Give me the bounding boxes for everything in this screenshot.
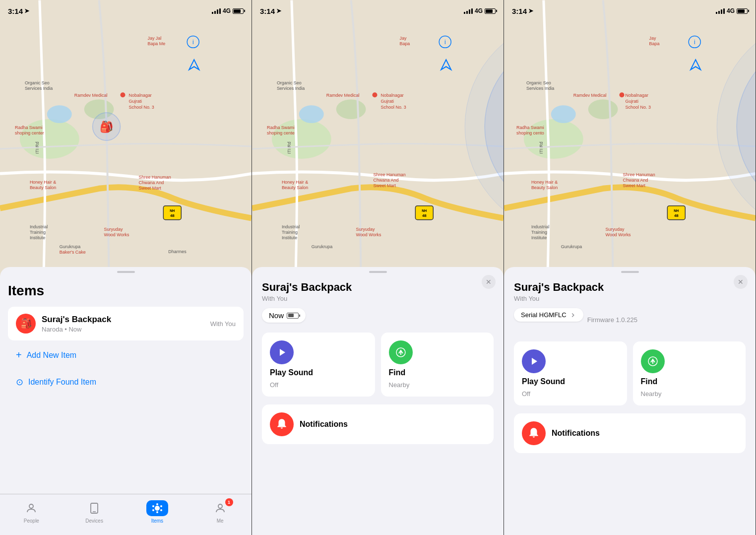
find-subtitle-2: Nearby bbox=[389, 381, 486, 389]
svg-text:Suryuday: Suryuday bbox=[356, 227, 375, 232]
play-btn-circle-3 bbox=[522, 349, 546, 373]
status-icons-3: 4G bbox=[716, 7, 748, 14]
status-bar-1: 3:14 ➤ 4G bbox=[0, 0, 252, 22]
svg-point-101 bbox=[620, 92, 625, 97]
svg-text:Wood Works: Wood Works bbox=[104, 232, 130, 237]
people-icon bbox=[25, 502, 37, 514]
svg-text:Radha Swami: Radha Swami bbox=[516, 125, 544, 130]
screen-3: NH 48 Radha Swami shoping cento Nobalnag… bbox=[504, 0, 756, 535]
svg-text:Nobalnagar: Nobalnagar bbox=[380, 93, 403, 98]
items-bottom-panel: Items 🎒 Suraj's Backpack Naroda • Now Wi… bbox=[0, 267, 252, 535]
play-sound-subtitle-2: Off bbox=[270, 381, 367, 389]
svg-text:ITI Rd: ITI Rd bbox=[287, 142, 292, 154]
svg-text:Sweet Mart: Sweet Mart bbox=[138, 186, 161, 191]
screen-1: NH 48 Radha Swami shoping center Nobalna… bbox=[0, 0, 252, 535]
svg-point-90 bbox=[588, 99, 618, 119]
add-new-item-row[interactable]: + Add New Item bbox=[8, 341, 244, 369]
identify-item-row[interactable]: ⊙ Identify Found Item bbox=[8, 369, 244, 396]
find-title-3: Find bbox=[641, 377, 738, 386]
svg-text:Gurukrupa: Gurukrupa bbox=[60, 244, 80, 249]
detail-panel-3: Suraj's Backpack With You Serial HGMFLC … bbox=[504, 273, 756, 453]
svg-text:Ramdev Medical: Ramdev Medical bbox=[573, 93, 607, 98]
svg-text:Institute: Institute bbox=[282, 235, 297, 240]
svg-point-62 bbox=[373, 92, 378, 97]
close-button-2[interactable]: ✕ bbox=[482, 275, 496, 289]
items-panel: Items 🎒 Suraj's Backpack Naroda • Now Wi… bbox=[0, 273, 252, 396]
action-grid-3: Play Sound Off Find Nearby bbox=[514, 341, 746, 413]
backpack-item-row[interactable]: 🎒 Suraj's Backpack Naroda • Now With You bbox=[8, 307, 244, 340]
find-card-3[interactable]: Find Nearby bbox=[633, 341, 746, 405]
map-background-1: NH 48 Radha Swami shoping center Nobalna… bbox=[0, 0, 252, 278]
location-arrow-1: ➤ bbox=[24, 7, 29, 14]
item-info: Suraj's Backpack Naroda • Now bbox=[42, 315, 204, 333]
svg-text:48: 48 bbox=[422, 213, 427, 218]
svg-text:Shree Hanuman: Shree Hanuman bbox=[374, 172, 406, 177]
svg-text:Organic Seo: Organic Seo bbox=[25, 80, 50, 85]
firmware-label: Firmware 1.0.225 bbox=[587, 316, 637, 324]
svg-text:shoping cente: shoping cente bbox=[267, 131, 295, 135]
svg-text:48: 48 bbox=[674, 213, 679, 218]
items-icon bbox=[151, 502, 163, 514]
items-title: Items bbox=[8, 283, 244, 299]
bell-icon-3 bbox=[527, 427, 540, 440]
svg-text:Jay: Jay bbox=[649, 36, 656, 41]
notifications-title-3: Notifications bbox=[552, 429, 600, 438]
map-background-3: NH 48 Radha Swami shoping cento Nobalnag… bbox=[504, 0, 756, 278]
status-icons-1: 4G bbox=[212, 7, 244, 14]
svg-text:Chwana And: Chwana And bbox=[374, 178, 399, 183]
svg-text:Gujrati: Gujrati bbox=[380, 99, 393, 104]
svg-marker-124 bbox=[532, 358, 537, 365]
svg-text:NH: NH bbox=[674, 209, 679, 212]
svg-text:Services India: Services India bbox=[526, 86, 554, 91]
notifications-card-2[interactable]: Notifications bbox=[262, 404, 494, 444]
svg-point-43 bbox=[156, 511, 158, 513]
find-subtitle-3: Nearby bbox=[641, 390, 738, 398]
svg-point-48 bbox=[218, 504, 222, 508]
detail-title-3: Suraj's Backpack bbox=[514, 281, 746, 294]
svg-text:Jay Jal: Jay Jal bbox=[147, 36, 161, 41]
detail-bottom-panel-3: ✕ Suraj's Backpack With You Serial HGMFL… bbox=[504, 267, 756, 535]
time-display-1: 3:14 ➤ bbox=[8, 7, 29, 15]
svg-point-42 bbox=[156, 503, 158, 505]
close-button-3[interactable]: ✕ bbox=[734, 275, 748, 289]
svg-point-47 bbox=[160, 509, 162, 511]
svg-text:Institute: Institute bbox=[531, 235, 547, 240]
network-type-3: 4G bbox=[727, 7, 735, 14]
time-display-2: 3:14 ➤ bbox=[260, 7, 281, 15]
arrow-up-icon-3 bbox=[647, 355, 659, 367]
tab-items-active[interactable]: Items bbox=[126, 498, 189, 524]
svg-point-41 bbox=[155, 506, 160, 511]
find-card-2[interactable]: Find Nearby bbox=[381, 333, 494, 397]
play-sound-card-3[interactable]: Play Sound Off bbox=[514, 341, 627, 405]
svg-text:Jay: Jay bbox=[399, 36, 406, 41]
svg-text:ITI Rd: ITI Rd bbox=[539, 142, 544, 154]
svg-text:Services India: Services India bbox=[25, 86, 53, 91]
svg-text:Ramdev Medical: Ramdev Medical bbox=[74, 93, 108, 98]
people-label: People bbox=[24, 518, 39, 524]
battery-pill-2: Now bbox=[262, 308, 306, 323]
notifications-card-3[interactable]: Notifications bbox=[514, 413, 746, 453]
time-display-3: 3:14 ➤ bbox=[512, 7, 533, 15]
devices-label: Devices bbox=[85, 518, 103, 524]
find-btn-circle-2 bbox=[389, 340, 413, 364]
tab-devices[interactable]: Devices bbox=[63, 498, 126, 524]
tab-me[interactable]: 1 Me bbox=[189, 498, 252, 524]
identify-label: Identify Found Item bbox=[28, 378, 96, 387]
svg-point-52 bbox=[299, 105, 324, 123]
tab-people[interactable]: People bbox=[0, 498, 63, 524]
svg-text:NH: NH bbox=[422, 209, 427, 212]
svg-text:Honey Hair &: Honey Hair & bbox=[30, 180, 56, 185]
svg-text:Beauty Salon: Beauty Salon bbox=[531, 185, 558, 190]
me-badge: 1 bbox=[225, 498, 233, 506]
svg-text:🎒: 🎒 bbox=[100, 120, 114, 134]
me-label: Me bbox=[217, 518, 224, 524]
tab-bar-1: People Devices bbox=[0, 494, 252, 535]
serial-firmware-row: Serial HGMFLC Firmware 1.0.225 bbox=[514, 308, 746, 332]
svg-marker-85 bbox=[280, 349, 285, 356]
chevron-right-icon bbox=[569, 312, 576, 319]
svg-text:i: i bbox=[444, 39, 446, 46]
svg-text:Gurukrupa: Gurukrupa bbox=[561, 244, 582, 249]
svg-text:Suryuday: Suryuday bbox=[606, 227, 625, 232]
detail-title-2: Suraj's Backpack bbox=[262, 281, 494, 294]
play-sound-card-2[interactable]: Play Sound Off bbox=[262, 333, 375, 397]
